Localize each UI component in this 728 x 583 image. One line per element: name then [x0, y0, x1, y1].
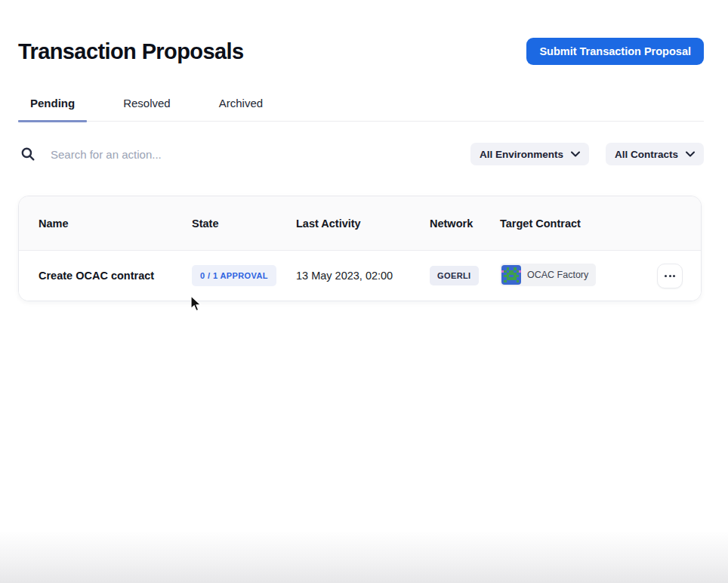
- target-contract-cell: OCAC Factory: [500, 264, 640, 288]
- tab-pending[interactable]: Pending: [18, 88, 87, 121]
- all-environments-dropdown[interactable]: All Environments: [470, 143, 589, 165]
- contract-identicon: [501, 265, 521, 285]
- chevron-down-icon: [571, 151, 580, 157]
- proposals-table-card: Name State Last Activity Network Target …: [18, 196, 702, 301]
- target-contract-chip[interactable]: OCAC Factory: [500, 264, 596, 286]
- column-header-last-activity: Last Activity: [296, 217, 430, 230]
- tab-bar: Pending Resolved Archived: [18, 88, 704, 122]
- all-environments-dropdown-label: All Environments: [480, 149, 563, 160]
- search-icon: [20, 147, 35, 162]
- proposal-name: Create OCAC contract: [39, 270, 192, 282]
- all-contracts-dropdown[interactable]: All Contracts: [606, 143, 704, 165]
- column-header-state: State: [192, 217, 296, 230]
- page-header: Transaction Proposals Submit Transaction…: [18, 38, 704, 65]
- target-contract-name: OCAC Factory: [527, 270, 588, 280]
- actions-cell: [640, 264, 683, 288]
- page-title: Transaction Proposals: [18, 39, 243, 64]
- last-activity-value: 13 May 2023, 02:00: [296, 270, 430, 282]
- approval-status-badge: 0 / 1 APPROVAL: [192, 265, 276, 286]
- search-filter-row: All Environments All Contracts: [18, 143, 704, 165]
- column-header-target-contract: Target Contract: [500, 217, 640, 230]
- search-area: [18, 147, 470, 162]
- column-header-network: Network: [430, 217, 500, 230]
- chevron-down-icon: [686, 151, 695, 157]
- tab-resolved[interactable]: Resolved: [111, 88, 183, 121]
- table-header-row: Name State Last Activity Network Target …: [19, 196, 701, 250]
- column-header-name: Name: [39, 217, 192, 230]
- transaction-proposals-page: Transaction Proposals Submit Transaction…: [0, 38, 728, 301]
- filters: All Environments All Contracts: [470, 143, 704, 165]
- network-cell: GOERLI: [430, 266, 500, 285]
- submit-transaction-proposal-button[interactable]: Submit Transaction Proposal: [526, 38, 704, 65]
- search-input[interactable]: [51, 148, 368, 161]
- state-cell: 0 / 1 APPROVAL: [192, 265, 296, 286]
- tab-archived[interactable]: Archived: [207, 88, 275, 121]
- more-options-icon: [665, 275, 667, 277]
- all-contracts-dropdown-label: All Contracts: [615, 149, 678, 160]
- row-more-options-button[interactable]: [657, 264, 683, 288]
- network-badge: GOERLI: [430, 266, 479, 285]
- table-row[interactable]: Create OCAC contract 0 / 1 APPROVAL 13 M…: [19, 250, 701, 301]
